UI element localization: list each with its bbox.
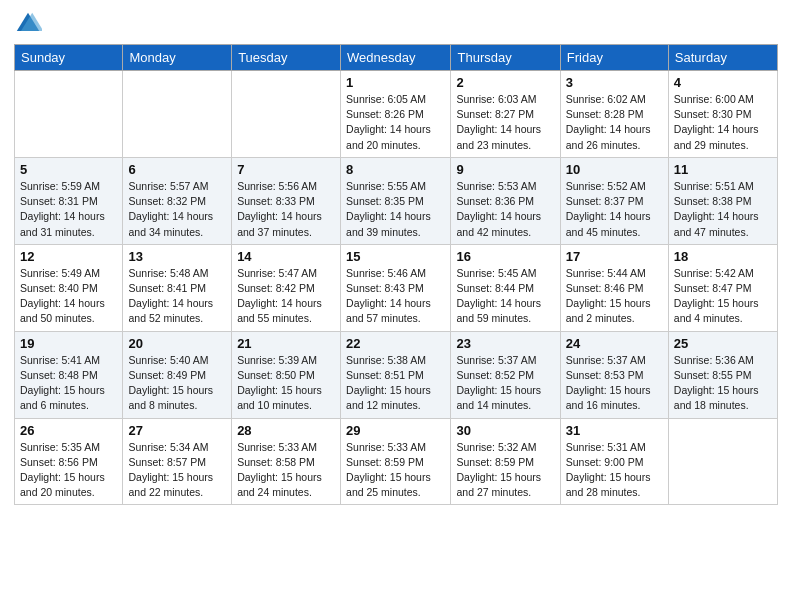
calendar-cell: 13Sunrise: 5:48 AM Sunset: 8:41 PM Dayli… <box>123 244 232 331</box>
day-number: 13 <box>128 249 226 264</box>
calendar-cell: 16Sunrise: 5:45 AM Sunset: 8:44 PM Dayli… <box>451 244 560 331</box>
calendar-cell: 26Sunrise: 5:35 AM Sunset: 8:56 PM Dayli… <box>15 418 123 505</box>
day-info: Sunrise: 5:31 AM Sunset: 9:00 PM Dayligh… <box>566 440 663 501</box>
day-info: Sunrise: 5:35 AM Sunset: 8:56 PM Dayligh… <box>20 440 117 501</box>
day-number: 18 <box>674 249 772 264</box>
calendar-cell: 27Sunrise: 5:34 AM Sunset: 8:57 PM Dayli… <box>123 418 232 505</box>
day-number: 11 <box>674 162 772 177</box>
calendar-week-row: 12Sunrise: 5:49 AM Sunset: 8:40 PM Dayli… <box>15 244 778 331</box>
day-info: Sunrise: 5:51 AM Sunset: 8:38 PM Dayligh… <box>674 179 772 240</box>
day-info: Sunrise: 5:38 AM Sunset: 8:51 PM Dayligh… <box>346 353 445 414</box>
day-number: 20 <box>128 336 226 351</box>
calendar-cell <box>123 71 232 158</box>
calendar-day-header: Wednesday <box>341 45 451 71</box>
day-number: 15 <box>346 249 445 264</box>
calendar-cell: 3Sunrise: 6:02 AM Sunset: 8:28 PM Daylig… <box>560 71 668 158</box>
calendar-day-header: Saturday <box>668 45 777 71</box>
day-info: Sunrise: 6:03 AM Sunset: 8:27 PM Dayligh… <box>456 92 554 153</box>
calendar-cell: 18Sunrise: 5:42 AM Sunset: 8:47 PM Dayli… <box>668 244 777 331</box>
day-info: Sunrise: 5:45 AM Sunset: 8:44 PM Dayligh… <box>456 266 554 327</box>
day-number: 25 <box>674 336 772 351</box>
day-number: 21 <box>237 336 335 351</box>
logo-icon <box>14 10 42 38</box>
calendar-cell: 4Sunrise: 6:00 AM Sunset: 8:30 PM Daylig… <box>668 71 777 158</box>
day-info: Sunrise: 5:49 AM Sunset: 8:40 PM Dayligh… <box>20 266 117 327</box>
day-number: 22 <box>346 336 445 351</box>
calendar-cell: 28Sunrise: 5:33 AM Sunset: 8:58 PM Dayli… <box>232 418 341 505</box>
day-number: 2 <box>456 75 554 90</box>
day-number: 24 <box>566 336 663 351</box>
day-info: Sunrise: 5:48 AM Sunset: 8:41 PM Dayligh… <box>128 266 226 327</box>
day-number: 26 <box>20 423 117 438</box>
day-info: Sunrise: 5:47 AM Sunset: 8:42 PM Dayligh… <box>237 266 335 327</box>
day-info: Sunrise: 5:42 AM Sunset: 8:47 PM Dayligh… <box>674 266 772 327</box>
calendar-cell: 10Sunrise: 5:52 AM Sunset: 8:37 PM Dayli… <box>560 157 668 244</box>
day-info: Sunrise: 5:55 AM Sunset: 8:35 PM Dayligh… <box>346 179 445 240</box>
day-number: 4 <box>674 75 772 90</box>
logo <box>14 10 46 38</box>
calendar-cell: 6Sunrise: 5:57 AM Sunset: 8:32 PM Daylig… <box>123 157 232 244</box>
calendar-cell: 14Sunrise: 5:47 AM Sunset: 8:42 PM Dayli… <box>232 244 341 331</box>
day-info: Sunrise: 5:32 AM Sunset: 8:59 PM Dayligh… <box>456 440 554 501</box>
calendar-cell <box>668 418 777 505</box>
calendar-cell: 1Sunrise: 6:05 AM Sunset: 8:26 PM Daylig… <box>341 71 451 158</box>
page-container: SundayMondayTuesdayWednesdayThursdayFrid… <box>0 0 792 515</box>
day-number: 10 <box>566 162 663 177</box>
day-number: 14 <box>237 249 335 264</box>
calendar-cell: 8Sunrise: 5:55 AM Sunset: 8:35 PM Daylig… <box>341 157 451 244</box>
calendar-cell: 29Sunrise: 5:33 AM Sunset: 8:59 PM Dayli… <box>341 418 451 505</box>
day-info: Sunrise: 5:56 AM Sunset: 8:33 PM Dayligh… <box>237 179 335 240</box>
calendar-day-header: Sunday <box>15 45 123 71</box>
day-info: Sunrise: 5:40 AM Sunset: 8:49 PM Dayligh… <box>128 353 226 414</box>
day-info: Sunrise: 6:05 AM Sunset: 8:26 PM Dayligh… <box>346 92 445 153</box>
calendar-cell: 11Sunrise: 5:51 AM Sunset: 8:38 PM Dayli… <box>668 157 777 244</box>
calendar: SundayMondayTuesdayWednesdayThursdayFrid… <box>14 44 778 505</box>
day-info: Sunrise: 5:57 AM Sunset: 8:32 PM Dayligh… <box>128 179 226 240</box>
day-number: 8 <box>346 162 445 177</box>
calendar-cell: 30Sunrise: 5:32 AM Sunset: 8:59 PM Dayli… <box>451 418 560 505</box>
day-info: Sunrise: 5:39 AM Sunset: 8:50 PM Dayligh… <box>237 353 335 414</box>
day-number: 7 <box>237 162 335 177</box>
day-number: 12 <box>20 249 117 264</box>
day-info: Sunrise: 5:37 AM Sunset: 8:53 PM Dayligh… <box>566 353 663 414</box>
day-number: 31 <box>566 423 663 438</box>
day-info: Sunrise: 5:34 AM Sunset: 8:57 PM Dayligh… <box>128 440 226 501</box>
day-number: 27 <box>128 423 226 438</box>
day-info: Sunrise: 5:46 AM Sunset: 8:43 PM Dayligh… <box>346 266 445 327</box>
day-info: Sunrise: 5:44 AM Sunset: 8:46 PM Dayligh… <box>566 266 663 327</box>
calendar-cell: 20Sunrise: 5:40 AM Sunset: 8:49 PM Dayli… <box>123 331 232 418</box>
calendar-day-header: Monday <box>123 45 232 71</box>
day-number: 9 <box>456 162 554 177</box>
calendar-day-header: Tuesday <box>232 45 341 71</box>
day-number: 17 <box>566 249 663 264</box>
calendar-day-header: Friday <box>560 45 668 71</box>
calendar-cell: 12Sunrise: 5:49 AM Sunset: 8:40 PM Dayli… <box>15 244 123 331</box>
calendar-cell: 24Sunrise: 5:37 AM Sunset: 8:53 PM Dayli… <box>560 331 668 418</box>
calendar-cell: 22Sunrise: 5:38 AM Sunset: 8:51 PM Dayli… <box>341 331 451 418</box>
day-number: 19 <box>20 336 117 351</box>
day-info: Sunrise: 5:37 AM Sunset: 8:52 PM Dayligh… <box>456 353 554 414</box>
day-info: Sunrise: 5:52 AM Sunset: 8:37 PM Dayligh… <box>566 179 663 240</box>
calendar-week-row: 19Sunrise: 5:41 AM Sunset: 8:48 PM Dayli… <box>15 331 778 418</box>
day-number: 6 <box>128 162 226 177</box>
day-info: Sunrise: 5:36 AM Sunset: 8:55 PM Dayligh… <box>674 353 772 414</box>
header <box>14 10 778 38</box>
calendar-header-row: SundayMondayTuesdayWednesdayThursdayFrid… <box>15 45 778 71</box>
day-number: 3 <box>566 75 663 90</box>
calendar-cell: 15Sunrise: 5:46 AM Sunset: 8:43 PM Dayli… <box>341 244 451 331</box>
calendar-cell: 31Sunrise: 5:31 AM Sunset: 9:00 PM Dayli… <box>560 418 668 505</box>
calendar-cell <box>232 71 341 158</box>
day-number: 5 <box>20 162 117 177</box>
calendar-week-row: 5Sunrise: 5:59 AM Sunset: 8:31 PM Daylig… <box>15 157 778 244</box>
day-info: Sunrise: 6:00 AM Sunset: 8:30 PM Dayligh… <box>674 92 772 153</box>
calendar-cell: 7Sunrise: 5:56 AM Sunset: 8:33 PM Daylig… <box>232 157 341 244</box>
calendar-cell: 23Sunrise: 5:37 AM Sunset: 8:52 PM Dayli… <box>451 331 560 418</box>
day-number: 29 <box>346 423 445 438</box>
day-info: Sunrise: 5:41 AM Sunset: 8:48 PM Dayligh… <box>20 353 117 414</box>
calendar-cell <box>15 71 123 158</box>
calendar-day-header: Thursday <box>451 45 560 71</box>
calendar-cell: 21Sunrise: 5:39 AM Sunset: 8:50 PM Dayli… <box>232 331 341 418</box>
calendar-cell: 5Sunrise: 5:59 AM Sunset: 8:31 PM Daylig… <box>15 157 123 244</box>
calendar-cell: 17Sunrise: 5:44 AM Sunset: 8:46 PM Dayli… <box>560 244 668 331</box>
calendar-cell: 25Sunrise: 5:36 AM Sunset: 8:55 PM Dayli… <box>668 331 777 418</box>
